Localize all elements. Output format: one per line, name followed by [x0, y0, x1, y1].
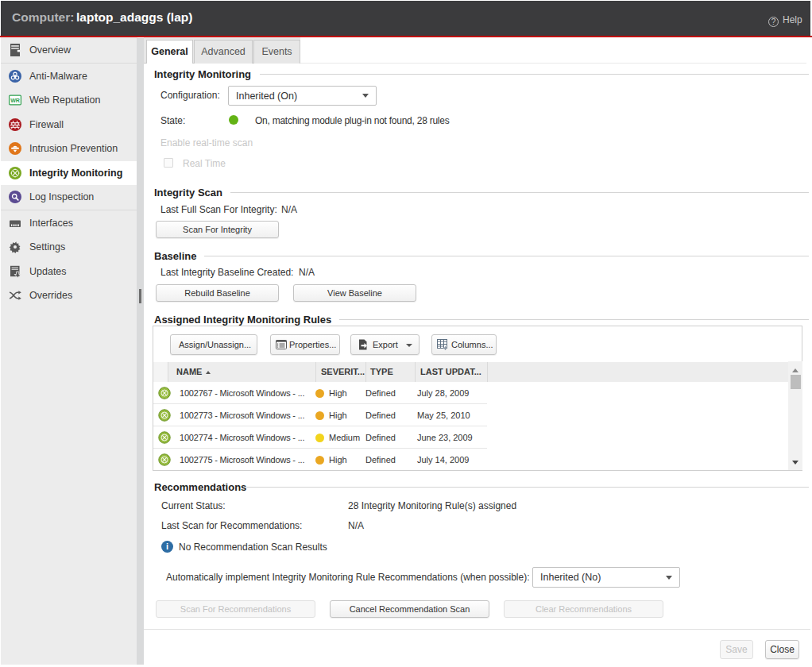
svg-text:WR: WR: [10, 98, 20, 103]
